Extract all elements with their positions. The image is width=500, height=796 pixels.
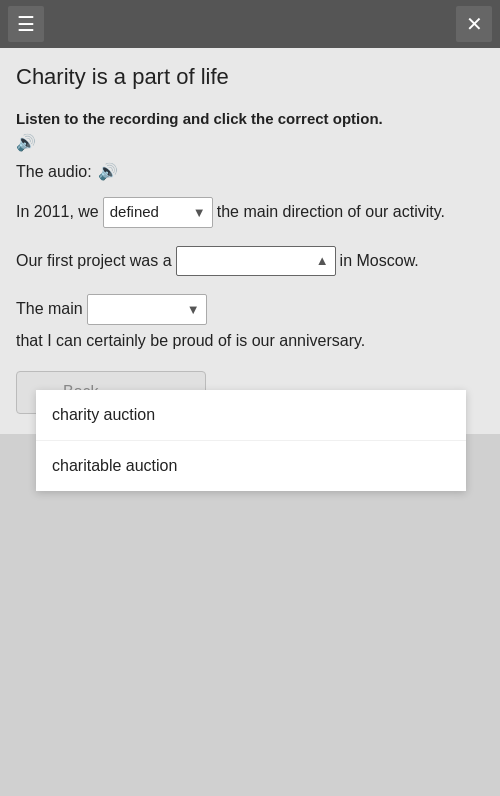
dropdown1[interactable]: defined ▼ [103,197,213,228]
dropdown3[interactable]: ▼ [87,294,207,325]
sentence3-after: that I can certainly be proud of is our … [16,329,365,353]
sentence1-after: the main direction of our activity. [217,200,445,224]
close-button[interactable]: ✕ [456,6,492,42]
dropdown1-value: defined [110,201,159,224]
audio-label-row: The audio: 🔊 [16,162,484,181]
menu-icon: ☰ [17,12,35,36]
dropdown2-value [183,250,187,273]
sentence1-before: In 2011, we [16,200,99,224]
instruction-text: Listen to the recording and click the co… [16,110,484,127]
dropdown2-option-1[interactable]: charity auction [36,390,466,441]
page-title: Charity is a part of life [16,64,484,90]
top-bar: ☰ ✕ [0,0,500,48]
sentence2-before: Our first project was a [16,249,172,273]
dropdown2-wrapper: ▲ [176,246,336,277]
chevron-down-icon-3: ▼ [187,300,200,320]
main-content: Charity is a part of life Listen to the … [0,48,500,434]
dropdown2[interactable]: ▲ [176,246,336,277]
close-icon: ✕ [466,12,483,36]
sentence-row-3: The main ▼ that I can certainly be proud… [16,294,484,353]
menu-button[interactable]: ☰ [8,6,44,42]
speaker-icon[interactable]: 🔊 [16,133,36,152]
dropdown3-value [94,298,98,321]
sentence3-before: The main [16,297,83,321]
sentence2-after: in Moscow. [340,249,419,273]
sentence-row-2: Our first project was a ▲ in Moscow. [16,246,484,277]
dropdown2-option-2[interactable]: charitable auction [36,441,466,491]
audio-icon-row: 🔊 [16,133,484,152]
sentence-row-1: In 2011, we defined ▼ the main direction… [16,197,484,228]
audio-label: The audio: [16,163,92,181]
dropdown1-wrapper: defined ▼ [103,197,213,228]
chevron-up-icon-2: ▲ [316,251,329,271]
dropdown3-wrapper: ▼ [87,294,207,325]
chevron-down-icon-1: ▼ [193,203,206,223]
dropdown2-open-list: charity auction charitable auction [36,390,466,491]
audio-speaker-icon[interactable]: 🔊 [98,162,118,181]
